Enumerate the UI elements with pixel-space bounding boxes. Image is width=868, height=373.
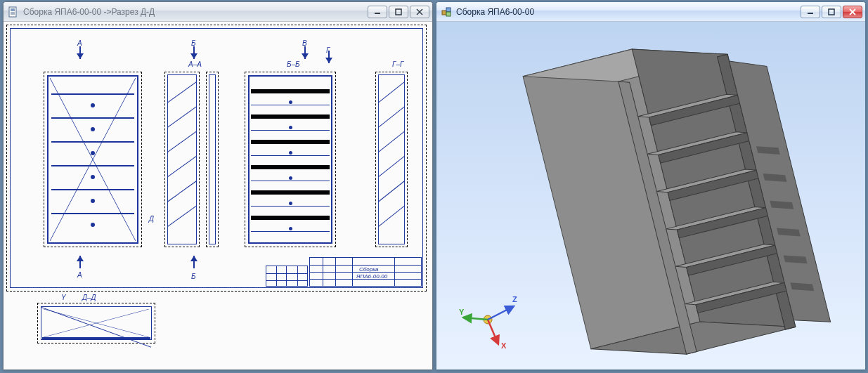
section-label-b-bottom: Б <box>191 273 196 280</box>
section-label-gg: Г–Г <box>392 60 403 68</box>
minimize-button[interactable] <box>368 6 387 18</box>
svg-line-12 <box>167 106 197 127</box>
svg-rect-28 <box>446 12 451 16</box>
section-dd-view <box>37 303 155 343</box>
window-buttons <box>368 6 429 18</box>
section-arrow <box>326 53 332 60</box>
title-block: Сборка ЯПА6-00-00 <box>309 257 422 287</box>
section-label-aa: А–А <box>188 60 202 68</box>
svg-rect-30 <box>829 9 834 15</box>
section-gg-view <box>375 72 408 247</box>
drawing-window: Сборка ЯПА6-00-00 ->Разрез Д-Д А А–А Б Б… <box>3 1 433 370</box>
svg-rect-1 <box>11 8 15 11</box>
maximize-button[interactable] <box>389 6 408 18</box>
svg-line-61 <box>488 306 514 320</box>
svg-line-22 <box>378 181 405 202</box>
svg-rect-17 <box>378 74 405 244</box>
svg-line-8 <box>50 78 136 241</box>
titleblock-name2: ЯПА6-00-00 <box>356 273 387 280</box>
svg-line-23 <box>378 206 405 227</box>
svg-line-11 <box>167 81 197 103</box>
svg-line-18 <box>378 81 405 103</box>
assembly-icon <box>441 6 452 18</box>
section-label-dd: Д–Д <box>82 294 96 301</box>
section-label-y: Y <box>61 294 66 301</box>
model-window-title: Сборка ЯПА6-00-00 <box>456 7 534 17</box>
viewport-3d[interactable]: X Y Z <box>436 22 865 369</box>
main-sheet: А А–А Б Б–Б В Г Г–Г <box>6 25 427 292</box>
triad-z-label: Z <box>512 295 517 303</box>
drawing-area[interactable]: А А–А Б Б–Б В Г Г–Г <box>4 22 432 369</box>
maximize-button[interactable] <box>822 6 841 18</box>
section-bb-view <box>245 72 336 247</box>
drawing-sheet-icon <box>8 6 19 18</box>
section-arrow <box>77 259 83 266</box>
svg-line-20 <box>378 131 405 152</box>
section-label-a-bottom: А <box>77 271 82 279</box>
svg-line-13 <box>167 131 197 152</box>
svg-line-14 <box>167 156 197 177</box>
section-label-bb: Б–Б <box>287 60 300 68</box>
titleblock-name1: Сборка <box>359 266 378 273</box>
section-label-g-top: Г <box>326 46 330 54</box>
svg-rect-27 <box>446 8 451 12</box>
close-button[interactable] <box>843 6 862 18</box>
revision-table <box>266 266 308 287</box>
svg-line-15 <box>167 181 197 202</box>
section-arrow <box>191 49 197 56</box>
section-arrow <box>77 49 83 56</box>
section-label-d-right: Д <box>149 215 154 223</box>
svg-line-19 <box>378 106 405 127</box>
svg-rect-26 <box>442 11 446 15</box>
drawing-window-titlebar[interactable]: Сборка ЯПА6-00-00 ->Разрез Д-Д <box>4 2 432 22</box>
section-arrow <box>302 49 308 56</box>
close-button[interactable] <box>410 6 429 18</box>
front-view <box>44 72 142 247</box>
section-label-a-top: А <box>77 39 82 47</box>
svg-line-59 <box>488 320 498 344</box>
triad-y-label: Y <box>459 308 465 316</box>
svg-line-21 <box>378 156 405 177</box>
section-arrow <box>191 259 197 266</box>
svg-rect-5 <box>396 9 401 15</box>
svg-line-9 <box>50 78 136 241</box>
section-aa-view <box>164 72 200 247</box>
model-window-titlebar[interactable]: Сборка ЯПА6-00-00 <box>436 2 865 22</box>
section-label-v-top: В <box>302 39 307 47</box>
svg-rect-10 <box>167 74 197 244</box>
svg-line-16 <box>167 206 197 227</box>
aa-strip <box>206 72 219 247</box>
orientation-triad[interactable]: X Y Z <box>458 289 518 350</box>
minimize-button[interactable] <box>801 6 820 18</box>
triad-x-label: X <box>501 341 507 350</box>
section-label-b-top: Б <box>191 39 196 47</box>
drawing-window-title: Сборка ЯПА6-00-00 ->Разрез Д-Д <box>23 7 155 17</box>
model-window: Сборка ЯПА6-00-00 <box>436 1 866 370</box>
window-buttons <box>801 6 862 18</box>
